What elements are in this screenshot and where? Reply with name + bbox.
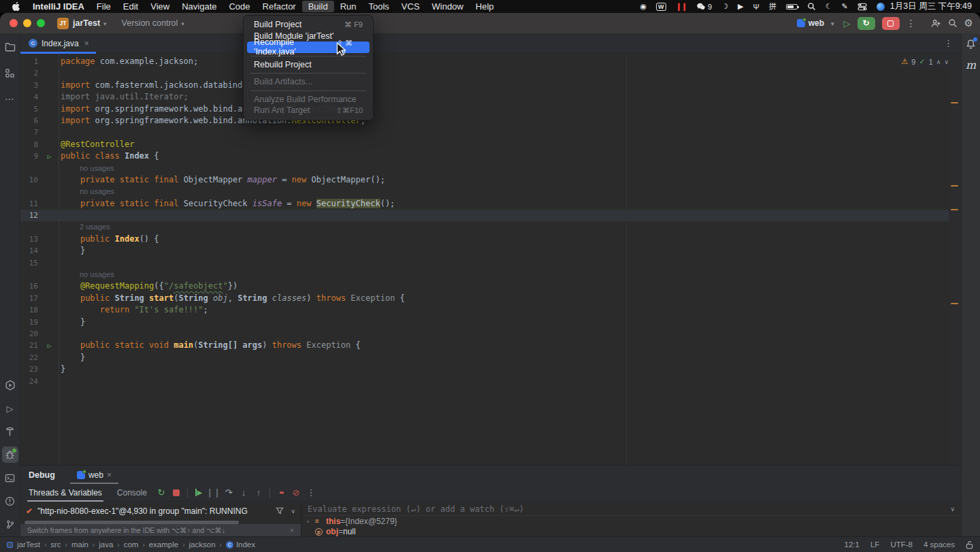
code-line-7[interactable]: 7 [20,127,949,138]
wechat-icon[interactable]: 9 [696,3,712,11]
variable-row-this[interactable]: ›≡this = {Index@5279} [301,516,961,527]
breadcrumb-item-main[interactable]: main [71,540,88,549]
menubar-item-vcs[interactable]: VCS [395,1,426,12]
inspections-widget[interactable]: ⚠ 9 ✓ 1 ∧ ∨ [897,56,953,67]
menubar-item-window[interactable]: Window [426,1,470,12]
more-icon[interactable]: ⋮ [304,486,318,500]
run-button[interactable]: ▷ [844,18,851,29]
run-gutter-icon[interactable]: ▷ [38,150,61,162]
filter-funnel-icon[interactable] [276,507,284,515]
code-line-16[interactable]: 16 @RequestMapping({"/safeobject"}) [20,280,949,292]
problems-icon[interactable] [2,493,18,509]
finder-icon[interactable] [877,3,885,11]
screen-record-icon[interactable]: ◉ [640,2,647,11]
stop-icon[interactable] [169,486,184,500]
pause-bars-icon[interactable]: ❙❙ [676,2,687,11]
code-line-3[interactable]: 3import com.fasterxml.jackson.databind.O… [20,80,949,91]
menubar-item-file[interactable]: File [91,1,117,12]
moon-icon[interactable]: ☾ [826,2,832,11]
usages-inlay-hint[interactable]: no usages [61,270,114,278]
code-line-5[interactable]: 5import org.springframework.web.bind.ann… [20,103,949,115]
w-app-icon[interactable]: W [656,3,666,11]
expand-icon[interactable]: › [307,518,315,525]
stop-button[interactable] [882,17,900,30]
view-breakpoints-icon[interactable]: ⊘ [289,486,304,500]
pinyin-input-icon[interactable]: 拼 [769,1,777,12]
code-line-21[interactable]: 21▷ public static void main(String[] arg… [20,340,949,351]
evaluate-expression-input[interactable]: Evaluate expression (↵) or add a watch (… [302,503,960,516]
project-name[interactable]: jarTest [73,18,100,28]
code-line-20[interactable]: 20 [20,328,949,340]
spotlight-icon[interactable] [807,2,816,11]
code-line-18[interactable]: 18 return "It's safe!!!"; [20,304,949,316]
search-everywhere-icon[interactable] [948,18,958,28]
debug-tool-icon[interactable] [2,447,18,463]
utensils-icon[interactable]: Ψ [753,3,760,11]
code-line-17[interactable]: 17 public String start(String obj, Strin… [20,293,949,304]
prev-problem-icon[interactable]: ∧ [936,59,941,65]
menubar-item-help[interactable]: Help [470,1,500,12]
mute-breakpoints-icon[interactable]: ●● [274,486,289,500]
breadcrumb-item-example[interactable]: example [149,540,178,549]
line-ending-widget[interactable]: LF [870,540,879,549]
menubar-item-code[interactable]: Code [223,1,256,12]
lock-open-icon[interactable] [966,540,973,549]
code-line-4[interactable]: 4import java.util.Iterator; [20,91,949,103]
breadcrumb-item-jartest[interactable]: jarTest [17,540,40,549]
menubar-item-edit[interactable]: Edit [117,1,144,12]
code-line-8[interactable]: 8@RestController [20,139,949,150]
step-out-icon[interactable]: ↑ [251,486,266,500]
services-icon[interactable] [2,377,18,393]
vcs-widget[interactable]: Version control [122,18,178,28]
more-tool-windows-icon[interactable]: ⋯ [2,91,18,107]
code-line-19[interactable]: 19 } [20,316,949,328]
resume-icon[interactable]: ▶ [191,486,206,500]
encoding-widget[interactable]: UTF-8 [890,540,913,549]
maven-tool-icon[interactable]: m [966,59,976,71]
run-tool-icon[interactable]: ▷ [2,400,18,417]
terminal-icon[interactable] [2,470,18,486]
stylus-icon[interactable]: ✎ [842,2,848,11]
variable-row-obj[interactable]: pobj = null [301,527,961,538]
build-tool-icon[interactable] [2,423,18,440]
stripe-warning-mark[interactable] [951,303,958,304]
pause-icon[interactable]: ❙❙ [206,486,221,500]
settings-gear-icon[interactable]: ⚙ [964,17,973,29]
menubar-item-build[interactable]: Build [302,1,334,12]
close-hint-icon[interactable]: × [290,526,294,534]
run-gutter-icon[interactable]: ▷ [38,340,61,351]
menubar-item-refactor[interactable]: Refactor [257,1,302,12]
usages-inlay-hint[interactable]: no usages [61,187,114,195]
notifications-bell-icon[interactable] [966,39,976,49]
run-configuration-selector[interactable]: web ▾ [797,18,837,28]
breadcrumb-item-index[interactable]: CIndex [226,540,255,549]
git-icon[interactable] [2,516,18,532]
code-line-14[interactable]: 14 } [20,245,949,257]
code-editor[interactable]: 1package com.example.jackson;23import co… [20,54,949,465]
menubar-clock[interactable]: 1月3日 周三 下午9:49 [890,1,972,12]
debug-view-tab-console[interactable]: Console [110,484,154,502]
control-center-icon[interactable] [858,3,867,11]
code-line-9[interactable]: 9▷public class Index { [20,150,949,162]
breadcrumb[interactable]: jarTest›src›main›java›com›example›jackso… [7,540,255,549]
code-line-22[interactable]: 22 } [20,352,949,363]
rerun-icon[interactable]: ↻ [154,486,169,500]
menubar-item-view[interactable]: View [144,1,176,12]
night-shift-icon[interactable]: ☽ [721,2,728,11]
zoom-window-button[interactable] [37,19,45,27]
code-line-12[interactable]: 12 [20,210,949,221]
menu-item-recompile-index-java[interactable]: Recompile 'Index.java'⇧ ⌘ F9 [247,42,370,53]
breadcrumb-item-src[interactable]: src [50,540,61,549]
rerun-debug-button[interactable]: ↻ [858,17,875,30]
code-line-2[interactable]: 2 [20,67,949,79]
code-line-11[interactable]: 11 private static final SecurityCheck is… [20,198,949,210]
menu-item-build-project[interactable]: Build Project⌘ F9 [247,19,370,31]
code-line-6[interactable]: 6import org.springframework.web.bind.ann… [20,115,949,127]
breadcrumb-item-jackson[interactable]: jackson [189,540,216,549]
evaluate-history-icon[interactable]: ∨ [950,506,955,513]
debug-view-tab-threads-variables[interactable]: Threads & Variables [22,484,109,502]
indent-widget[interactable]: 4 spaces [924,540,955,549]
menubar-item-navigate[interactable]: Navigate [176,1,223,12]
thread-row[interactable]: ✔ "http-nio-8080-exec-1"@4,930 in group … [20,504,301,518]
code-with-me-icon[interactable] [931,19,941,28]
